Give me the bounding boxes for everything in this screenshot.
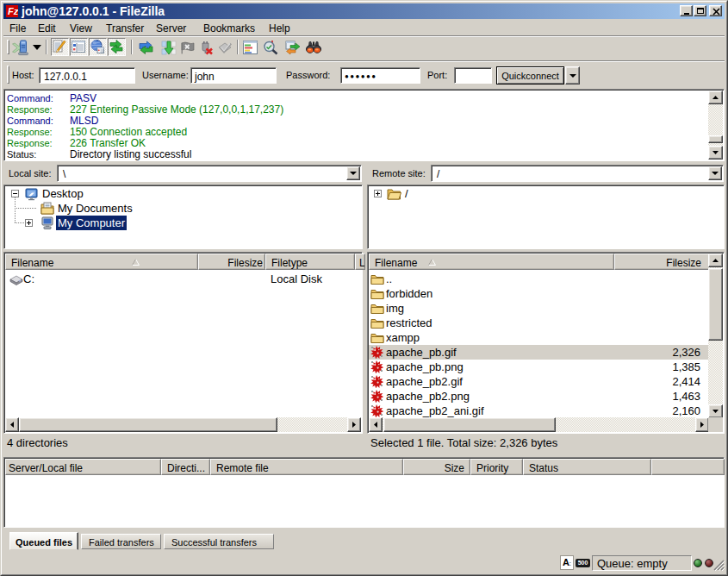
svg-text:Fz: Fz — [8, 6, 18, 16]
